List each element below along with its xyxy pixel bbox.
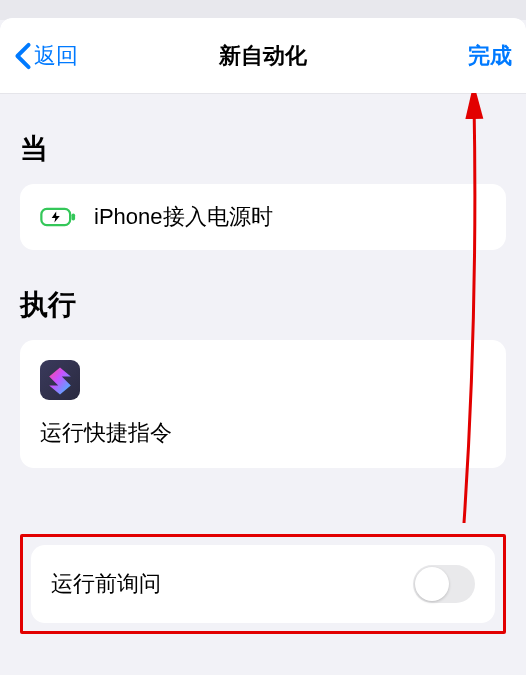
trigger-label: iPhone接入电源时 [94,202,273,232]
back-label: 返回 [34,41,78,71]
sheet-backdrop [0,0,526,20]
svg-rect-1 [72,213,76,220]
trigger-row: iPhone接入电源时 [40,202,486,232]
highlight-annotation: 运行前询问 [20,534,506,634]
charger-icon [40,205,76,229]
action-label: 运行快捷指令 [40,418,486,448]
ask-toggle[interactable] [413,565,475,603]
action-card[interactable]: 运行快捷指令 [20,340,506,468]
toggle-knob [415,567,449,601]
done-button[interactable]: 完成 [468,41,512,71]
chevron-left-icon [14,42,32,70]
modal-sheet: 返回 新自动化 完成 当 iPhone接入电源时 执行 [0,18,526,675]
page-title: 新自动化 [219,41,307,71]
ask-label: 运行前询问 [51,569,161,599]
content-area: 当 iPhone接入电源时 执行 [0,130,526,634]
shortcuts-app-icon [40,360,80,400]
do-section-header: 执行 [20,286,506,324]
back-button[interactable]: 返回 [14,41,78,71]
trigger-card[interactable]: iPhone接入电源时 [20,184,506,250]
navigation-bar: 返回 新自动化 完成 [0,18,526,94]
when-section-header: 当 [20,130,506,168]
ask-before-running-row: 运行前询问 [31,545,495,623]
